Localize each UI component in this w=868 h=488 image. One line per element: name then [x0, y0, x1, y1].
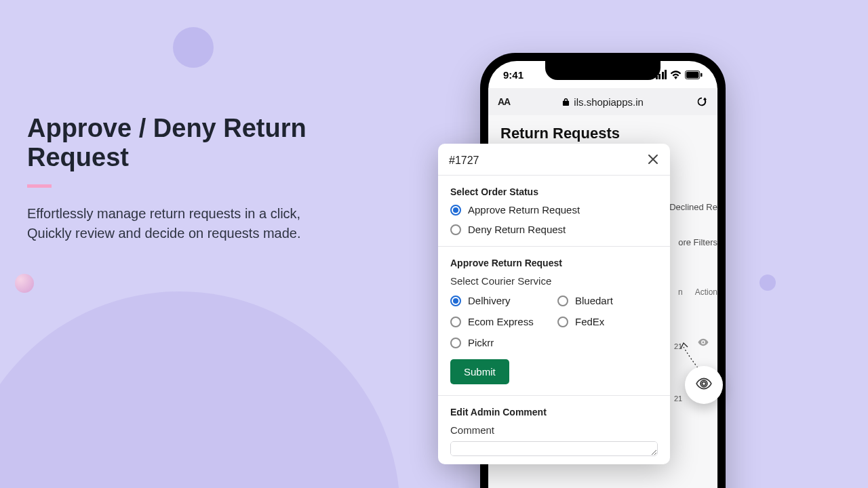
submit-button[interactable]: Submit — [450, 359, 509, 384]
approve-section-title: Approve Return Request — [450, 258, 658, 268]
radio-courier-ecom[interactable]: Ecom Express — [450, 316, 551, 327]
page-heading: Approve / Deny Return Request — [27, 114, 407, 172]
comment-textarea[interactable] — [450, 441, 658, 456]
wifi-icon — [670, 70, 682, 79]
edit-comment-title: Edit Admin Comment — [450, 407, 658, 418]
radio-icon — [450, 296, 461, 306]
eye-icon — [695, 375, 713, 395]
address-url: ils.shopiapps.in — [574, 96, 644, 108]
table-header-action: Action — [695, 287, 717, 297]
table-header-col: n — [678, 287, 683, 297]
page-title: Return Requests — [500, 125, 705, 142]
radio-approve-request[interactable]: Approve Return Request — [450, 204, 658, 216]
courier-label: Select Courier Service — [450, 275, 658, 287]
decorative-circle-right — [760, 274, 776, 291]
radio-courier-fedex[interactable]: FedEx — [557, 316, 658, 327]
close-icon[interactable] — [647, 153, 659, 168]
select-status-title: Select Order Status — [450, 186, 658, 197]
radio-icon — [450, 338, 461, 348]
tab-declined[interactable]: Declined Re — [669, 202, 717, 212]
radio-icon — [450, 317, 461, 327]
radio-icon — [557, 317, 568, 327]
radio-label: Pickrr — [468, 337, 494, 348]
browser-address-bar[interactable]: AA ils.shopiapps.in — [488, 88, 717, 115]
decorative-circle-top — [173, 27, 214, 68]
modal-order-id: #1727 — [449, 155, 479, 167]
radio-label: Bluedart — [575, 295, 613, 306]
decorative-circle-pink — [15, 274, 34, 293]
radio-courier-pickrr[interactable]: Pickrr — [450, 337, 551, 348]
radio-icon — [450, 205, 461, 216]
radio-courier-delhivery[interactable]: Delhivery — [450, 295, 551, 306]
svg-rect-1 — [686, 71, 699, 77]
radio-icon — [557, 296, 568, 306]
more-filters-button[interactable]: ore Filters — [678, 237, 717, 247]
radio-courier-bluedart[interactable]: Bluedart — [557, 295, 658, 306]
reader-mode-icon[interactable]: AA — [498, 96, 510, 107]
reload-icon[interactable] — [696, 96, 708, 108]
table-row-value: 21 — [674, 394, 682, 403]
radio-icon — [450, 224, 461, 235]
battery-icon — [685, 70, 703, 79]
radio-label: Delhivery — [468, 295, 511, 306]
radio-label: Ecom Express — [468, 316, 534, 327]
radio-label: FedEx — [575, 316, 604, 327]
comment-label: Comment — [450, 424, 658, 436]
svg-rect-2 — [701, 73, 702, 77]
radio-label: Approve Return Request — [468, 204, 580, 216]
phone-notch — [545, 61, 660, 80]
return-request-modal: #1727 Select Order Status Approve Return… — [438, 144, 670, 464]
heading-underline — [27, 184, 52, 188]
description-line-2: Quickly review and decide on requests ma… — [27, 224, 407, 243]
lock-icon — [562, 98, 570, 106]
status-time: 9:41 — [503, 69, 524, 81]
view-action-fab[interactable] — [685, 366, 723, 404]
radio-label: Deny Return Request — [468, 224, 566, 235]
decorative-circle-large — [0, 291, 400, 488]
radio-deny-request[interactable]: Deny Return Request — [450, 224, 658, 235]
description-line-1: Effortlessly manage return requests in a… — [27, 204, 407, 224]
